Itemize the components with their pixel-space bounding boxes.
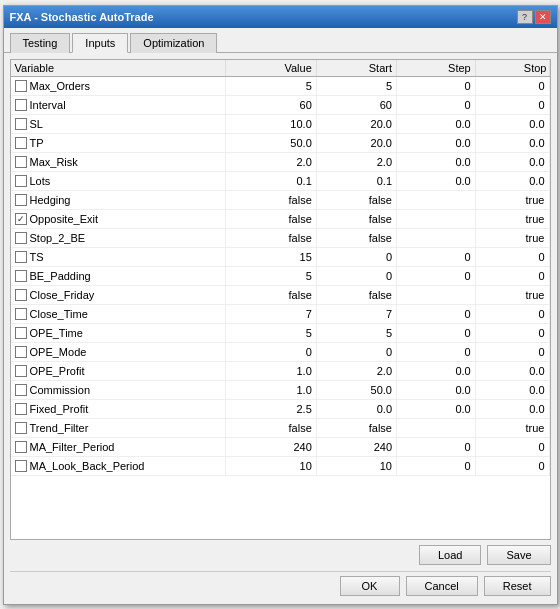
row-checkbox[interactable]: [15, 422, 27, 434]
row-stop: 0: [475, 304, 549, 323]
row-variable: Trend_Filter: [11, 419, 226, 437]
row-checkbox[interactable]: [15, 137, 27, 149]
row-stop: true: [475, 209, 549, 228]
table-row: OPE_Mode0000: [11, 342, 550, 361]
row-checkbox[interactable]: [15, 403, 27, 415]
table-row: Opposite_Exitfalsefalsetrue: [11, 209, 550, 228]
row-checkbox[interactable]: [15, 384, 27, 396]
row-checkbox[interactable]: [15, 118, 27, 130]
row-value: false: [226, 285, 316, 304]
table-row: Commission1.050.00.00.0: [11, 380, 550, 399]
row-start: 50.0: [316, 380, 396, 399]
row-stop: 0.0: [475, 152, 549, 171]
row-variable: Fixed_Profit: [11, 400, 226, 418]
row-value: 5: [226, 76, 316, 95]
row-variable: Max_Orders: [11, 77, 226, 95]
row-variable-name: Max_Orders: [30, 80, 91, 92]
row-value: 60: [226, 95, 316, 114]
row-checkbox[interactable]: [15, 270, 27, 282]
row-checkbox[interactable]: [15, 460, 27, 472]
row-start: 0: [316, 266, 396, 285]
row-stop: 0.0: [475, 171, 549, 190]
row-checkbox[interactable]: [15, 232, 27, 244]
row-variable-name: OPE_Mode: [30, 346, 87, 358]
row-value: 7: [226, 304, 316, 323]
row-checkbox[interactable]: [15, 194, 27, 206]
main-window: FXA - Stochastic AutoTrade ? ✕ Testing I…: [3, 5, 558, 605]
row-start: 0: [316, 342, 396, 361]
col-header-value: Value: [226, 60, 316, 77]
row-checkbox[interactable]: [15, 308, 27, 320]
row-checkbox[interactable]: [15, 251, 27, 263]
row-stop: 0.0: [475, 380, 549, 399]
row-variable: Close_Friday: [11, 286, 226, 304]
save-button[interactable]: Save: [487, 545, 550, 565]
row-checkbox[interactable]: [15, 346, 27, 358]
row-start: 7: [316, 304, 396, 323]
row-variable: Interval: [11, 96, 226, 114]
reset-button[interactable]: Reset: [484, 576, 551, 596]
row-value: 15: [226, 247, 316, 266]
table-row: Hedgingfalsefalsetrue: [11, 190, 550, 209]
table-row: Interval606000: [11, 95, 550, 114]
table-row: Max_Risk2.02.00.00.0: [11, 152, 550, 171]
row-variable: TP: [11, 134, 226, 152]
row-start: 0: [316, 247, 396, 266]
row-variable: MA_Filter_Period: [11, 438, 226, 456]
table-row: OPE_Time5500: [11, 323, 550, 342]
load-button[interactable]: Load: [419, 545, 481, 565]
close-button[interactable]: ✕: [535, 10, 551, 24]
row-start: false: [316, 285, 396, 304]
row-checkbox[interactable]: [15, 156, 27, 168]
row-checkbox[interactable]: [15, 289, 27, 301]
inputs-table-container[interactable]: Variable Value Start Step Stop: [10, 59, 551, 540]
table-row: Trend_Filterfalsefalsetrue: [11, 418, 550, 437]
row-step: 0.0: [397, 114, 476, 133]
row-variable: Close_Time: [11, 305, 226, 323]
row-checkbox[interactable]: [15, 327, 27, 339]
tab-testing[interactable]: Testing: [10, 33, 71, 53]
row-stop: 0: [475, 76, 549, 95]
row-checkbox[interactable]: [15, 365, 27, 377]
row-start: 240: [316, 437, 396, 456]
ok-button[interactable]: OK: [340, 576, 400, 596]
row-start: false: [316, 209, 396, 228]
row-variable: SL: [11, 115, 226, 133]
table-row: MA_Filter_Period24024000: [11, 437, 550, 456]
cancel-button[interactable]: Cancel: [406, 576, 478, 596]
row-variable-name: Lots: [30, 175, 51, 187]
row-value: 2.0: [226, 152, 316, 171]
row-start: 5: [316, 76, 396, 95]
row-variable-name: TP: [30, 137, 44, 149]
tab-inputs[interactable]: Inputs: [72, 33, 128, 53]
row-value: 10: [226, 456, 316, 475]
row-checkbox[interactable]: [15, 99, 27, 111]
row-checkbox[interactable]: [15, 175, 27, 187]
row-step: 0: [397, 247, 476, 266]
row-variable-name: MA_Look_Back_Period: [30, 460, 145, 472]
row-start: false: [316, 418, 396, 437]
row-variable: Lots: [11, 172, 226, 190]
title-bar: FXA - Stochastic AutoTrade ? ✕: [4, 6, 557, 28]
help-button[interactable]: ?: [517, 10, 533, 24]
row-checkbox[interactable]: [15, 213, 27, 225]
row-value: false: [226, 228, 316, 247]
table-row: Close_Fridayfalsefalsetrue: [11, 285, 550, 304]
row-step: 0.0: [397, 152, 476, 171]
row-start: false: [316, 190, 396, 209]
row-value: false: [226, 190, 316, 209]
row-start: 5: [316, 323, 396, 342]
row-variable-name: Interval: [30, 99, 66, 111]
tab-optimization[interactable]: Optimization: [130, 33, 217, 53]
row-variable: TS: [11, 248, 226, 266]
row-variable: Commission: [11, 381, 226, 399]
row-checkbox[interactable]: [15, 80, 27, 92]
row-variable-name: Close_Time: [30, 308, 88, 320]
table-row: Stop_2_BEfalsefalsetrue: [11, 228, 550, 247]
row-value: 240: [226, 437, 316, 456]
inputs-table: Variable Value Start Step Stop: [11, 60, 550, 476]
row-value: 2.5: [226, 399, 316, 418]
row-checkbox[interactable]: [15, 441, 27, 453]
row-variable-name: BE_Padding: [30, 270, 91, 282]
load-save-buttons: Load Save: [10, 540, 551, 569]
